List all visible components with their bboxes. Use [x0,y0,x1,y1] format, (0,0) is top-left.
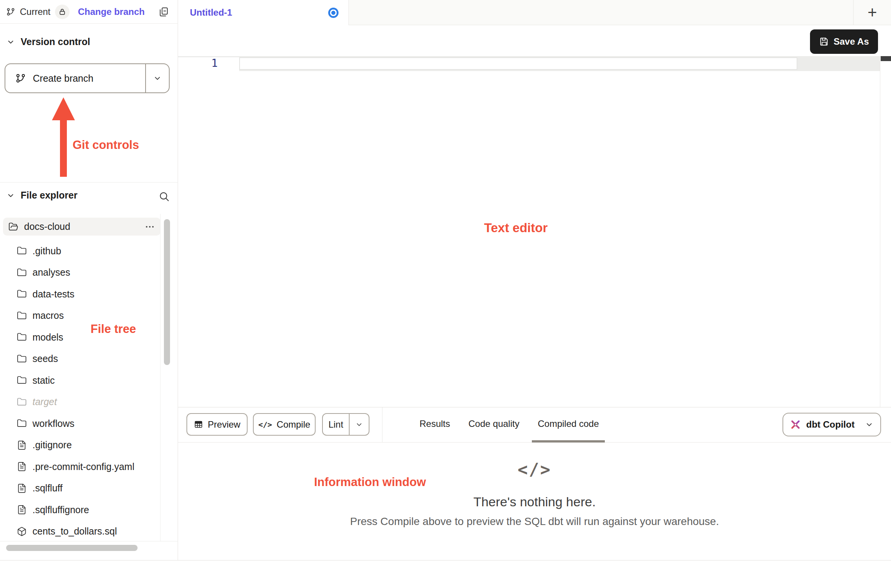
tree-item[interactable]: static [3,370,160,391]
file-explorer-section-header[interactable]: File explorer [6,190,78,201]
panel-tab-label: Results [420,418,450,429]
tree-item-label: models [32,332,63,343]
lint-button[interactable]: Lint [323,414,349,435]
preview-button[interactable]: Preview [186,413,248,436]
create-branch-dropdown[interactable] [145,64,169,92]
sidebar-divider [0,182,178,183]
current-branch-label: Current [20,6,50,17]
table-icon [194,420,203,429]
compile-button[interactable]: </> Compile [253,413,316,436]
dbt-copilot-button[interactable]: dbt Copilot [782,413,881,436]
annotation-text-editor: Text editor [484,221,548,235]
chevron-down-icon [153,74,162,83]
save-icon [819,37,829,47]
empty-state-subtitle: Press Compile above to preview the SQL d… [350,515,719,528]
annotation-arrow-shaft [60,119,67,177]
tree-item[interactable]: seeds [3,348,160,370]
panel-tab[interactable]: Compiled code [532,407,604,443]
tree-item-icon [17,375,27,385]
tree-item-label: .sqlfluff [32,483,63,494]
change-branch-link[interactable]: Change branch [78,6,145,17]
chevron-down-icon [865,420,874,429]
vertical-scrollbar-thumb[interactable] [164,219,170,365]
annotation-information-window: Information window [314,475,426,489]
tree-root-docs-cloud[interactable]: docs-cloud [3,218,160,236]
tree-item[interactable]: .github [3,240,160,262]
dbt-cloud-ide-window: Current Change branch Version control Cr… [0,0,891,588]
tree-item-icon [17,354,27,364]
code-icon: </> [258,420,272,429]
tree-item[interactable]: data-tests [3,283,160,305]
file-tree-list: .github analyses data-tests macros model… [3,240,160,541]
panel-tab[interactable]: Code quality [463,407,525,443]
tree-item-icon [17,505,27,515]
panel-empty-state: </> There's nothing here. Press Compile … [178,443,891,560]
tree-item-label: target [32,396,57,407]
kebab-menu-icon[interactable] [144,221,155,232]
tree-item-icon [17,462,27,472]
panel-tab-bar: Results Code quality Compiled code [414,407,605,443]
code-icon: </> [518,460,551,479]
copy-branch-icon[interactable] [158,6,169,18]
tree-item[interactable]: .gitignore [3,435,160,456]
lint-dropdown[interactable] [349,414,369,435]
chevron-down-icon [6,191,15,200]
tree-item-label: .gitignore [32,439,72,451]
editor-scrollbar-thumb[interactable] [881,56,891,61]
save-as-button[interactable]: Save As [810,29,878,54]
panel-tab-label: Compiled code [538,418,599,429]
tree-item[interactable]: macros [3,305,160,327]
create-branch-button-group: Create branch [5,63,170,93]
annotation-arrow-head [52,97,75,120]
tab-untitled-1[interactable]: Untitled-1 [178,0,349,25]
tree-item-label: data-tests [32,289,75,300]
version-control-section-header[interactable]: Version control [6,36,90,47]
editor-scrollbar-track [880,56,880,407]
panel-tab[interactable]: Results [414,407,456,443]
create-branch-button[interactable]: Create branch [5,64,145,92]
tree-item-icon [17,311,27,321]
tree-item[interactable]: analyses [3,262,160,284]
tree-item-label: .sqlfluffignore [32,504,89,515]
git-header: Current Change branch [0,0,178,24]
dbt-copilot-icon [790,419,801,430]
sidebar: Current Change branch Version control Cr… [0,0,178,560]
tree-item[interactable]: models [3,326,160,348]
new-tab-button[interactable]: + [853,0,891,25]
tree-item[interactable]: cents_to_dollars.sql [3,521,160,541]
save-as-label: Save As [834,36,869,47]
tree-item[interactable]: .sqlfluffignore [3,499,160,521]
tree-item-label: .github [32,246,61,257]
compile-label: Compile [277,419,310,430]
tree-item-label: seeds [32,353,58,364]
scrollbar-track-border [160,214,160,541]
tree-item-icon [17,289,27,299]
version-control-title: Version control [21,36,90,47]
unsaved-changes-dot-icon [328,8,339,18]
create-branch-label: Create branch [33,73,93,84]
tree-item-icon [17,483,27,493]
dbt-copilot-label: dbt Copilot [806,419,855,430]
panel-tab-label: Code quality [468,418,519,429]
tree-root-label: docs-cloud [24,221,70,232]
tree-item-label: macros [32,310,64,321]
lock-icon [58,8,66,16]
tree-item[interactable]: target [3,391,160,413]
tree-item[interactable]: .pre-commit-config.yaml [3,456,160,478]
command-line-bar: dbt build --select <model_name> Command … [0,560,891,588]
tree-item-label: workflows [32,418,75,429]
git-branch-icon [6,7,15,16]
horizontal-scrollbar-thumb[interactable] [6,545,138,551]
tree-item-label: .pre-commit-config.yaml [32,461,134,472]
tree-item-icon [17,246,27,256]
tab-title: Untitled-1 [190,7,232,18]
tree-item[interactable]: .sqlfluff [3,478,160,499]
sidebar-bottom-divider [0,541,178,541]
tree-item-icon [17,440,27,450]
editor-active-line[interactable] [239,57,797,70]
search-icon[interactable] [158,191,170,203]
tree-item[interactable]: workflows [3,413,160,435]
lint-button-group: Lint [322,413,369,436]
annotation-git-controls: Git controls [73,138,139,152]
chevron-down-icon [6,37,15,47]
